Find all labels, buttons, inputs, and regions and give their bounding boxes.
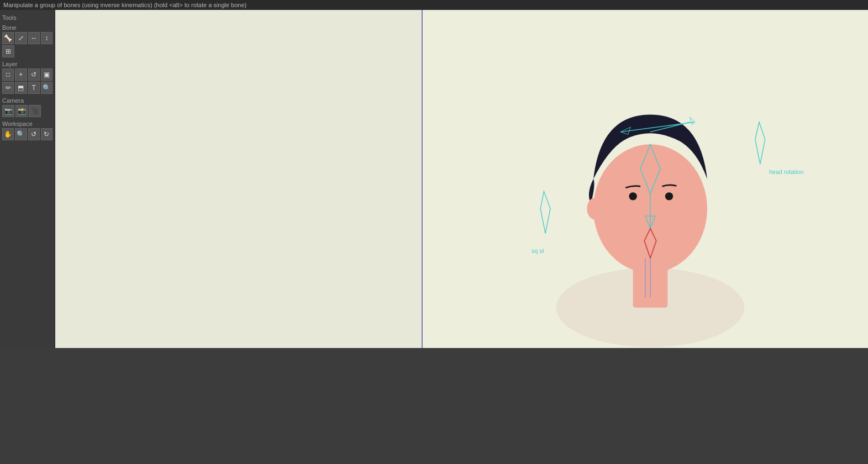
left-panel: Tools Bone 🦴 ⤢ ↔ ↕ ⊞ Layer □ + ↺ ▣ ✏ (0, 10, 55, 464)
layer-label: Layer (2, 61, 52, 67)
svg-point-4 (665, 192, 673, 200)
layer-tool-8[interactable]: 🔍 (41, 82, 52, 94)
svg-text:sq st: sq st (532, 247, 544, 254)
svg-point-3 (629, 192, 636, 200)
svg-marker-16 (540, 191, 550, 233)
workspace-label: Workspace (2, 120, 52, 127)
workspace-content: head rotation sq st (55, 10, 868, 464)
layer-tool-7[interactable]: T (28, 82, 40, 94)
workspace-tool-1[interactable]: ✋ (2, 128, 14, 140)
camera-label: Camera (2, 97, 52, 104)
workspace-tool-2[interactable]: 🔍 (15, 128, 27, 140)
bone-tools-row1: 🦴 ⤢ ↔ ↕ (2, 32, 52, 44)
workspace-tool-3[interactable]: ↺ (28, 128, 40, 140)
bone-label: Bone (2, 24, 52, 31)
bone-tool-5[interactable]: ⊞ (2, 45, 14, 57)
toolbar: Tools Bone 🦴 ⤢ ↔ ↕ ⊞ Layer □ + ↺ ▣ ✏ (0, 10, 55, 348)
canvas-area: head rotation sq st (55, 10, 868, 348)
layer-tool-5[interactable]: ✏ (2, 82, 14, 94)
layer-tools-row2: ✏ ⬒ T 🔍 (2, 82, 52, 94)
layer-tool-4[interactable]: ▣ (41, 68, 52, 81)
workspace-tools-row: ✋ 🔍 ↺ ↻ (2, 128, 52, 140)
bone-tool-3[interactable]: ↔ (28, 32, 40, 44)
camera-tools-row: 📷 📸 🎥 (2, 105, 52, 117)
bone-tool-1[interactable]: 🦴 (2, 32, 14, 44)
layer-tool-3[interactable]: ↺ (28, 68, 40, 81)
bone-tools-row2: ⊞ (2, 45, 52, 57)
tools-label: Tools (2, 14, 52, 21)
layer-tool-1[interactable]: □ (2, 68, 14, 81)
title-bar: Manipulate a group of bones (using inver… (0, 0, 868, 10)
canvas-left (55, 10, 423, 348)
camera-tool-1[interactable]: 📷 (2, 105, 14, 117)
layer-tools-row1: □ + ↺ ▣ (2, 68, 52, 81)
workspace-tool-4[interactable]: ↻ (41, 128, 52, 140)
main-layout: Tools Bone 🦴 ⤢ ↔ ↕ ⊞ Layer □ + ↺ ▣ ✏ (0, 10, 868, 464)
svg-marker-9 (690, 117, 695, 124)
canvas-right: head rotation sq st (423, 10, 868, 348)
bone-tool-4[interactable]: ↕ (41, 32, 52, 44)
svg-point-5 (587, 198, 603, 219)
layer-tool-2[interactable]: + (15, 68, 27, 81)
svg-marker-17 (755, 122, 765, 164)
camera-tool-3[interactable]: 🎥 (29, 105, 41, 117)
svg-text:head rotation: head rotation (769, 168, 804, 175)
camera-tool-2[interactable]: 📸 (15, 105, 28, 117)
layer-tool-6[interactable]: ⬒ (15, 82, 27, 94)
title-text: Manipulate a group of bones (using inver… (3, 2, 246, 8)
bone-tool-2[interactable]: ⤢ (15, 32, 27, 44)
